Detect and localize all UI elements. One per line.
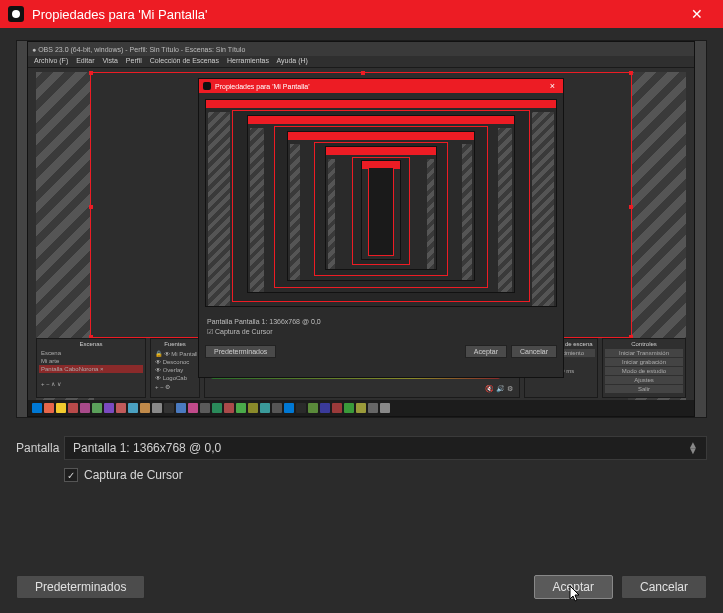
taskbar-icon (164, 403, 174, 413)
windows-taskbar (28, 400, 694, 416)
taskbar-icon (128, 403, 138, 413)
taskbar-icon (284, 403, 294, 413)
cursor-checkbox-label: Captura de Cursor (84, 468, 183, 482)
nested-close-icon: × (546, 81, 559, 91)
nested-obs-title: ● OBS 23.0 (64-bit, windows) - Perfil: S… (28, 42, 694, 56)
pantalla-value: Pantalla 1: 1366x768 @ 0,0 (73, 441, 221, 455)
preview-area: ● OBS 23.0 (64-bit, windows) - Perfil: S… (16, 40, 707, 418)
taskbar-icon (272, 403, 282, 413)
nested-preview (205, 99, 557, 307)
nested-button-row: Predeterminados Aceptar Cancelar (199, 341, 563, 362)
sources-panel: Fuentes 🔒 👁 Mi Pantall 👁 Desconoc 👁 Over… (150, 338, 200, 398)
form-section: Pantalla Pantalla 1: 1366x768 @ 0,0 ▲▼ ✓… (0, 426, 723, 492)
taskbar-icon (308, 403, 318, 413)
taskbar-icon (320, 403, 330, 413)
taskbar-icon (56, 403, 66, 413)
window-title: Propiedades para 'Mi Pantalla' (32, 7, 677, 22)
taskbar-icon (368, 403, 378, 413)
taskbar-icon (32, 403, 42, 413)
cursor-checkbox[interactable]: ✓ (64, 468, 78, 482)
defaults-button[interactable]: Predeterminados (16, 575, 145, 599)
nested-app-icon (203, 82, 211, 90)
taskbar-icon (344, 403, 354, 413)
taskbar-icon (332, 403, 342, 413)
taskbar-icon (152, 403, 162, 413)
titlebar: Propiedades para 'Mi Pantalla' ✕ (0, 0, 723, 28)
taskbar-icon (296, 403, 306, 413)
app-icon (8, 6, 24, 22)
taskbar-icon (104, 403, 114, 413)
taskbar-icon (92, 403, 102, 413)
taskbar-icon (356, 403, 366, 413)
pantalla-label: Pantalla (16, 441, 64, 455)
nested-titlebar: Propiedades para 'Mi Pantalla' × (199, 79, 563, 93)
taskbar-icon (248, 403, 258, 413)
taskbar-icon (188, 403, 198, 413)
taskbar-icon (200, 403, 210, 413)
taskbar-icon (176, 403, 186, 413)
nested-obs-menu: Archivo (F) Editar Vista Perfil Colecció… (28, 56, 694, 68)
taskbar-icon (44, 403, 54, 413)
controls-panel: Controles Iniciar Transmisión Iniciar gr… (602, 338, 686, 398)
taskbar-icon (224, 403, 234, 413)
taskbar-icon (140, 403, 150, 413)
taskbar-icon (116, 403, 126, 413)
scenes-panel: Escenas Escena Mi arte Pantalla CaboNoro… (36, 338, 146, 398)
nested-defaults-button: Predeterminados (205, 345, 276, 358)
taskbar-icon (80, 403, 90, 413)
nested-properties-dialog: Propiedades para 'Mi Pantalla' × (198, 78, 564, 378)
select-spinner-icon[interactable]: ▲▼ (688, 442, 698, 454)
taskbar-icon (260, 403, 270, 413)
accept-button[interactable]: Aceptar (534, 575, 613, 599)
nested-form: Pantalla Pantalla 1: 1366x768 @ 0,0 ☑ Ca… (199, 313, 563, 341)
pantalla-row: Pantalla Pantalla 1: 1366x768 @ 0,0 ▲▼ (16, 436, 707, 460)
taskbar-icon (68, 403, 78, 413)
cursor-checkbox-row[interactable]: ✓ Captura de Cursor (16, 468, 707, 482)
close-button[interactable]: ✕ (677, 0, 717, 28)
cancel-button[interactable]: Cancelar (621, 575, 707, 599)
nested-cancel-button: Cancelar (511, 345, 557, 358)
pantalla-select[interactable]: Pantalla 1: 1366x768 @ 0,0 ▲▼ (64, 436, 707, 460)
button-row: Predeterminados Aceptar Cancelar (16, 575, 707, 599)
taskbar-icon (380, 403, 390, 413)
nested-obs-window: ● OBS 23.0 (64-bit, windows) - Perfil: S… (27, 41, 695, 417)
taskbar-icon (212, 403, 222, 413)
taskbar-icon (236, 403, 246, 413)
nested-accept-button: Aceptar (465, 345, 507, 358)
